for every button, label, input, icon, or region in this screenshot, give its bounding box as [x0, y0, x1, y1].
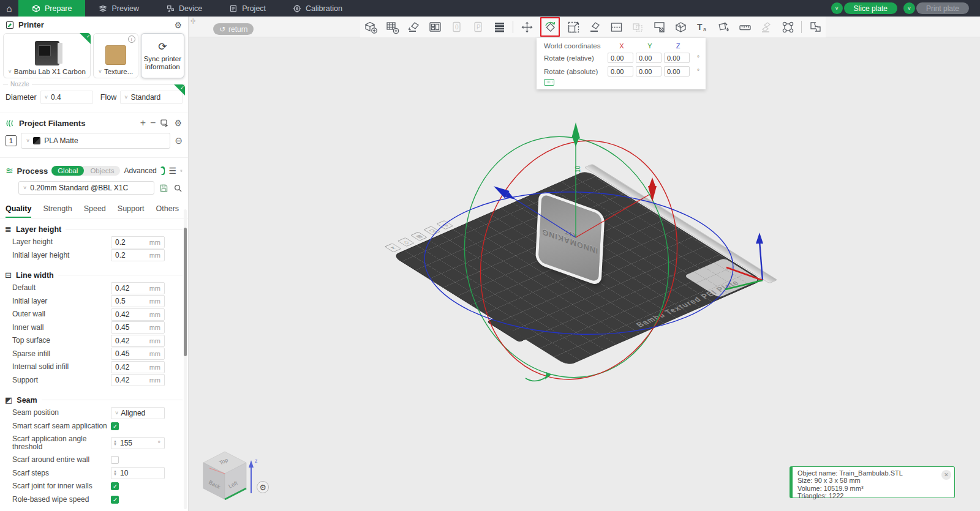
color-paint-icon[interactable]: [715, 19, 731, 35]
scarf-entire-wall-checkbox[interactable]: [111, 456, 119, 464]
inner-wall-line-width-input[interactable]: 0.45mm: [111, 321, 165, 334]
plate-settings-icon[interactable]: ◎: [436, 220, 453, 229]
return-button[interactable]: ↺ return: [213, 23, 254, 35]
tab-strength[interactable]: Strength: [43, 204, 72, 218]
default-line-width-input[interactable]: 0.42mm: [111, 282, 165, 294]
scale-icon[interactable]: [565, 19, 581, 35]
process-list-icon[interactable]: ☰: [168, 166, 176, 175]
scrollbar-thumb[interactable]: [184, 228, 187, 356]
split-height-icon[interactable]: [608, 19, 624, 35]
param-row: Layer height 0.2mm: [12, 236, 165, 249]
diameter-select[interactable]: ˅ 0.4: [40, 91, 93, 104]
tab-prepare[interactable]: Prepare: [18, 0, 85, 17]
move-icon[interactable]: [519, 19, 535, 35]
delete-filament-icon[interactable]: ⊖: [175, 135, 183, 146]
navigation-cube[interactable]: Top Back Left z: [197, 446, 265, 504]
auto-orient-icon[interactable]: [405, 19, 421, 35]
rotate-rel-x-input[interactable]: 0.00: [608, 53, 633, 63]
sync-icon: ⟳: [158, 40, 167, 53]
arrange-icon[interactable]: [427, 19, 443, 35]
lay-on-face-icon[interactable]: [587, 19, 603, 35]
param-row: Outer wall0.42mm: [12, 308, 165, 321]
plate-info-icon[interactable]: i: [128, 35, 135, 43]
info-volume: Volume: 10519.9 mm³: [797, 485, 949, 492]
search-preset-icon[interactable]: [173, 184, 183, 193]
sparse-infill-line-width-input[interactable]: 0.45mm: [111, 348, 165, 360]
filament-slot-number: 1: [6, 135, 17, 146]
tab-others[interactable]: Others: [156, 204, 179, 218]
top-surface-line-width-input[interactable]: 0.42mm: [111, 335, 165, 347]
home-icon[interactable]: ⌂: [0, 0, 18, 17]
text-icon[interactable]: Ta: [694, 19, 710, 35]
filament-settings-gear-icon[interactable]: ⚙: [174, 119, 182, 127]
info-close-icon[interactable]: ✕: [941, 470, 951, 480]
smart-scarf-checkbox[interactable]: [111, 422, 119, 430]
param-row: Support0.42mm: [12, 374, 165, 387]
view-settings-gear-icon[interactable]: ⚙: [257, 481, 269, 493]
tab-quality[interactable]: Quality: [6, 204, 31, 218]
advanced-toggle[interactable]: [160, 166, 165, 175]
plate-orient-icon[interactable]: ◇: [398, 237, 415, 247]
printer-settings-gear-icon[interactable]: ⚙: [174, 21, 182, 29]
outer-wall-line-width-input[interactable]: 0.42mm: [111, 308, 165, 321]
filament-select[interactable]: ˅ PLA Matte: [21, 133, 170, 149]
add-filament-icon[interactable]: +: [140, 118, 146, 128]
sync-printer-card[interactable]: ⟳ Sync printer information: [141, 33, 184, 78]
initial-layer-height-input[interactable]: 0.2mm: [111, 249, 165, 261]
scope-global-pill[interactable]: Global: [51, 166, 84, 176]
layer-height-input[interactable]: 0.2mm: [111, 236, 165, 248]
plate-delete-icon[interactable]: ✕: [385, 243, 402, 252]
slice-plate-button[interactable]: Slice plate: [844, 2, 897, 14]
keyboard-input-icon[interactable]: [544, 79, 554, 86]
role-based-wipe-checkbox[interactable]: [111, 496, 119, 504]
tab-device[interactable]: Device: [153, 0, 216, 17]
print-plate-button[interactable]: Print plate: [916, 2, 969, 14]
panel-collapse-icon[interactable]: ‹|›: [190, 18, 195, 24]
tab-preview[interactable]: Preview: [85, 0, 152, 17]
flow-select[interactable]: ˅ Standard: [120, 91, 183, 104]
sync-filament-list-icon[interactable]: [160, 119, 170, 128]
rotate-icon[interactable]: [540, 17, 560, 37]
tab-calibration[interactable]: Calibration: [279, 0, 356, 17]
scarf-angle-threshold-spinner[interactable]: ▲▼ 155°: [111, 437, 165, 449]
cut-icon[interactable]: [673, 19, 688, 35]
split-parts-icon[interactable]: [807, 19, 823, 35]
add-object-icon[interactable]: [363, 19, 379, 35]
scarf-steps-spinner[interactable]: ▲▼ 10: [111, 467, 165, 479]
add-plate-icon[interactable]: [384, 19, 400, 35]
initial-layer-line-width-input[interactable]: 0.5mm: [111, 295, 165, 307]
seam-paint-icon[interactable]: [780, 19, 796, 35]
remove-filament-icon[interactable]: −: [150, 118, 156, 128]
rotate-rel-z-input[interactable]: 0.00: [664, 53, 690, 63]
tab-support[interactable]: Support: [118, 204, 145, 218]
tab-project[interactable]: Project: [216, 0, 279, 17]
sidebar-scrollbar[interactable]: [184, 209, 187, 509]
filament-name: PLA Matte: [44, 136, 78, 145]
printer-select-card[interactable]: ✓ ˅Bambu Lab X1 Carbon: [3, 33, 91, 78]
save-preset-icon[interactable]: [159, 184, 168, 193]
rotate-rel-y-input[interactable]: 0.00: [636, 53, 662, 63]
print-options-chevron-icon[interactable]: ˅: [903, 2, 915, 14]
tab-speed[interactable]: Speed: [84, 204, 106, 218]
slice-options-chevron-icon[interactable]: ˅: [831, 2, 843, 14]
variable-layer-icon[interactable]: [651, 19, 667, 35]
measure-icon[interactable]: [737, 19, 753, 35]
layers-table-icon[interactable]: [491, 19, 507, 35]
param-row: Internal solid infill0.42mm: [12, 360, 165, 374]
scarf-inner-walls-checkbox[interactable]: [111, 482, 119, 490]
scope-objects-pill[interactable]: Objects: [84, 166, 120, 176]
line-width-icon: ⊟: [5, 270, 12, 280]
return-icon: ↺: [219, 25, 225, 34]
plate-select-card[interactable]: i ˅Texture...: [93, 33, 138, 78]
preset-select[interactable]: ˅ 0.20mm Standard @BBL X1C: [18, 181, 154, 195]
seam-position-select[interactable]: ˅Aligned: [111, 407, 165, 419]
internal-solid-infill-line-width-input[interactable]: 0.42mm: [111, 361, 165, 373]
compare-presets-icon[interactable]: [180, 166, 183, 175]
plate-lock-icon[interactable]: ◲: [423, 226, 440, 235]
rotate-panel: World coordinates X Y Z Rotate (relative…: [537, 38, 706, 89]
rotate-abs-z-input[interactable]: 0.00: [664, 66, 690, 76]
support-line-width-input[interactable]: 0.42mm: [111, 374, 165, 386]
rotate-abs-x-input[interactable]: 0.00: [608, 66, 633, 76]
plate-list-icon[interactable]: ▤: [410, 232, 428, 241]
rotate-abs-y-input[interactable]: 0.00: [636, 66, 662, 76]
